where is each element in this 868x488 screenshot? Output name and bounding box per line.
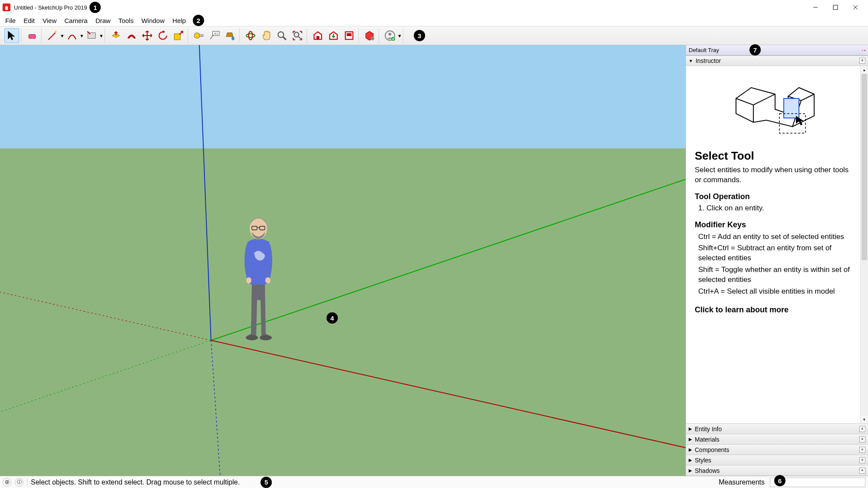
tool-scale[interactable]: [171, 28, 186, 43]
svg-point-23: [370, 36, 374, 40]
svg-point-35: [246, 277, 251, 283]
menu-tools[interactable]: Tools: [115, 16, 137, 25]
svg-rect-10: [199, 35, 203, 36]
tool-warehouse-get[interactable]: [326, 28, 341, 43]
tool-zoom[interactable]: [274, 28, 289, 43]
panel-components[interactable]: ▶ Components ×: [686, 445, 868, 455]
svg-point-15: [249, 31, 253, 40]
panel-materials-close[interactable]: ×: [859, 436, 865, 442]
panel-materials[interactable]: ▶ Materials ×: [686, 434, 868, 445]
tool-line[interactable]: [45, 28, 60, 43]
credits-icon[interactable]: ⓘ: [15, 478, 23, 487]
tool-paint[interactable]: [223, 28, 238, 43]
panel-styles-close[interactable]: ×: [859, 457, 865, 463]
tool-rotate[interactable]: [155, 28, 170, 43]
svg-line-32: [0, 292, 211, 340]
menu-draw[interactable]: Draw: [92, 16, 114, 25]
menu-view[interactable]: View: [39, 16, 60, 25]
svg-line-28: [211, 341, 220, 476]
tool-tape[interactable]: [191, 28, 206, 43]
svg-point-33: [246, 335, 258, 340]
title-bar: Untitled - SketchUp Pro 2019 1: [0, 0, 868, 15]
toolbar: ▾ ▾ ▾ A1 ▾ 3: [0, 26, 868, 45]
svg-point-13: [231, 36, 234, 40]
tool-text[interactable]: A1: [207, 28, 222, 43]
menu-window[interactable]: Window: [138, 16, 168, 25]
measurements-label: Measurements: [719, 478, 766, 486]
instructor-mod-1: Ctrl = Add an entity to set of selected …: [695, 232, 855, 242]
panel-entity-info-label: Entity Info: [695, 426, 722, 432]
annotation-6: 6: [774, 475, 785, 486]
default-tray: Default Tray 7 ▫ ▪ ▼ Instructor ×: [686, 45, 868, 476]
tool-rectangle-dropdown[interactable]: ▾: [100, 33, 103, 39]
tool-account-dropdown[interactable]: ▾: [398, 33, 401, 39]
tool-rectangle[interactable]: [84, 28, 99, 43]
instructor-scrollbar[interactable]: ▴ ▾: [860, 66, 868, 423]
panel-materials-label: Materials: [695, 436, 719, 443]
svg-rect-1: [833, 5, 838, 10]
tool-orbit[interactable]: [243, 28, 258, 43]
svg-rect-4: [29, 35, 35, 39]
tool-warehouse[interactable]: [310, 28, 325, 43]
maximize-button[interactable]: [825, 0, 845, 15]
tool-zoom-extents[interactable]: [290, 28, 305, 43]
tray-title-label: Default Tray: [689, 47, 719, 53]
caret-right-icon: ▶: [689, 447, 692, 452]
instructor-mod-3: Shift = Toggle whether an entity is with…: [695, 265, 855, 285]
tool-pan[interactable]: [259, 28, 274, 43]
scroll-up-icon[interactable]: ▴: [861, 66, 868, 74]
tool-select[interactable]: [4, 28, 19, 43]
app-icon: [3, 3, 10, 11]
annotation-3: 3: [414, 30, 425, 41]
panel-instructor-header[interactable]: ▼ Instructor ×: [686, 56, 868, 66]
geolocation-icon[interactable]: ⦿: [3, 478, 11, 487]
instructor-op-item: 1. Click on an entity.: [695, 203, 855, 213]
tool-eraser[interactable]: [25, 28, 40, 43]
instructor-mod-2: Shift+Ctrl = Subtract an entity from set…: [695, 243, 855, 263]
caret-right-icon: ▶: [689, 458, 692, 462]
menu-edit[interactable]: Edit: [20, 16, 38, 25]
tool-offset[interactable]: [124, 28, 139, 43]
instructor-content: Select Tool Select entities to modify wh…: [686, 66, 868, 423]
panel-shadows[interactable]: ▶ Shadows ×: [686, 465, 868, 476]
tool-account[interactable]: [383, 28, 397, 43]
panel-shadows-close[interactable]: ×: [859, 468, 865, 474]
tool-arc[interactable]: [65, 28, 79, 43]
tool-arc-dropdown[interactable]: ▾: [80, 33, 83, 39]
window-title: Untitled - SketchUp Pro 2019: [14, 4, 87, 11]
svg-rect-20: [317, 36, 320, 39]
menu-file[interactable]: File: [2, 16, 19, 25]
tool-move[interactable]: [140, 28, 155, 43]
panel-components-close[interactable]: ×: [859, 447, 865, 453]
menu-camera[interactable]: Camera: [61, 16, 91, 25]
tray-pin-icon[interactable]: ▫: [862, 48, 863, 52]
close-button[interactable]: [845, 0, 865, 15]
instructor-illustration: [695, 72, 855, 144]
tool-layout[interactable]: [342, 28, 356, 43]
panel-shadows-label: Shadows: [695, 467, 720, 474]
panel-instructor-label: Instructor: [696, 57, 721, 64]
viewport-3d[interactable]: 4: [0, 45, 686, 476]
tool-line-dropdown[interactable]: ▾: [61, 33, 64, 39]
tray-close-icon[interactable]: ▪: [864, 48, 865, 52]
tool-extension[interactable]: [362, 28, 377, 43]
tool-pushpull[interactable]: [109, 28, 123, 43]
panel-entity-info-close[interactable]: ×: [859, 426, 865, 432]
svg-point-18: [294, 32, 299, 37]
scroll-thumb[interactable]: [861, 74, 867, 260]
svg-line-19: [298, 36, 300, 39]
instructor-learn-more[interactable]: Click to learn about more: [695, 305, 855, 315]
main-area: 4 Default Tray 7 ▫ ▪ ▼ Instructor ×: [0, 45, 868, 476]
panel-components-label: Components: [695, 446, 729, 453]
panel-instructor-close[interactable]: ×: [859, 58, 865, 64]
scroll-down-icon[interactable]: ▾: [861, 416, 868, 423]
annotation-4: 4: [327, 312, 338, 324]
minimize-button[interactable]: [805, 0, 825, 15]
menu-help[interactable]: Help: [169, 16, 189, 25]
svg-line-27: [199, 45, 211, 341]
panel-styles[interactable]: ▶ Styles ×: [686, 455, 868, 465]
tray-title-bar[interactable]: Default Tray 7 ▫ ▪: [686, 45, 868, 56]
caret-right-icon: ▶: [689, 468, 692, 473]
svg-line-30: [0, 341, 211, 412]
panel-entity-info[interactable]: ▶ Entity Info ×: [686, 424, 868, 434]
